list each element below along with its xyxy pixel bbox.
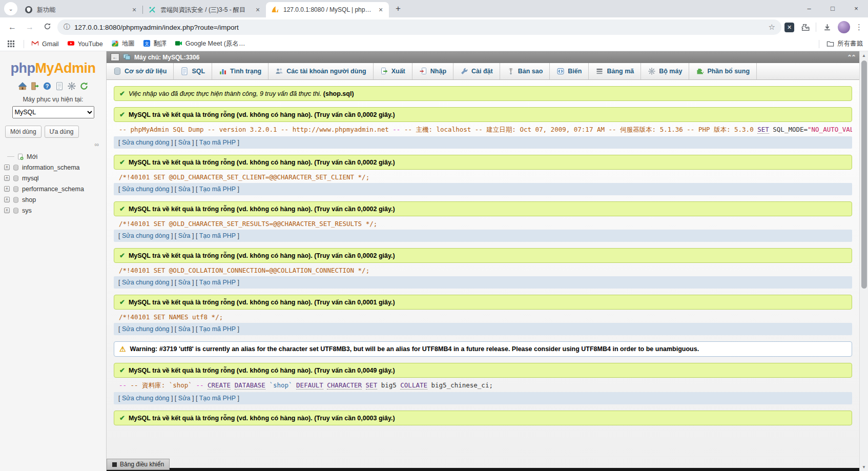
- bookmark-item[interactable]: Google Meet (原名…: [175, 39, 245, 49]
- extension-x-icon[interactable]: ✕: [784, 23, 794, 32]
- inline-link-2[interactable]: Tạo mã PHP: [199, 186, 236, 193]
- sidebar-item-mới[interactable]: Mới: [4, 151, 106, 162]
- bookmark-item[interactable]: YouTube: [67, 39, 103, 49]
- nav-item-4[interactable]: Xuất: [374, 63, 412, 79]
- nav-item-3[interactable]: Các tài khoản người dùng: [268, 63, 373, 79]
- inline-link-2[interactable]: Tạo mã PHP: [199, 139, 236, 146]
- tab-close-icon[interactable]: ×: [254, 6, 262, 14]
- nav-item-6[interactable]: Cài đặt: [453, 63, 500, 79]
- site-info-icon[interactable]: ⓘ: [64, 23, 70, 32]
- console-strip[interactable]: [107, 468, 859, 471]
- nav-item-10[interactable]: Bộ máy: [641, 63, 689, 79]
- tree-expand-icon[interactable]: +: [4, 175, 10, 181]
- collapse-navigation-icon[interactable]: ←: [111, 53, 119, 61]
- charsets-icon: [595, 67, 604, 75]
- console-toggle-button[interactable]: Bảng điều khiển: [107, 459, 170, 470]
- tab-close-icon[interactable]: ×: [377, 6, 385, 14]
- inline-link-1[interactable]: Sửa: [178, 139, 191, 146]
- downloads-icon[interactable]: [821, 22, 833, 33]
- browser-tab[interactable]: 127.0.0.1:8080 / MySQL | phpMyAdmin×: [266, 2, 389, 17]
- inline-link-0[interactable]: Sửa chung dòng: [122, 232, 169, 239]
- inline-link-0[interactable]: Sửa chung dòng: [122, 395, 169, 402]
- bookmark-star-icon[interactable]: ☆: [769, 23, 775, 32]
- apps-grid-icon[interactable]: [5, 38, 16, 50]
- inline-link-0[interactable]: Sửa chung dòng: [122, 279, 169, 286]
- bookmark-item[interactable]: Gmail: [31, 39, 59, 49]
- sql-keyword-link[interactable]: SET: [366, 381, 378, 390]
- tree-expand-icon[interactable]: +: [4, 197, 10, 202]
- sql-keyword-link[interactable]: DEFAULT: [296, 381, 323, 390]
- nav-item-1[interactable]: SQL: [174, 63, 212, 79]
- nav-item-2[interactable]: Tình trạng: [212, 63, 268, 79]
- scroll-down-icon[interactable]: ▼: [860, 463, 868, 471]
- home-icon[interactable]: [18, 81, 27, 91]
- back-button[interactable]: ←: [5, 20, 19, 34]
- sql-keyword-link[interactable]: CHARACTER: [327, 381, 362, 390]
- sidebar-quicktab-recent[interactable]: Mới dùng: [5, 126, 42, 138]
- url-bar[interactable]: ⓘ 127.0.0.1:8080/phpmyadmin/index.php?ro…: [57, 19, 781, 35]
- scrollbar-thumb[interactable]: [861, 60, 867, 289]
- browser-menu-icon[interactable]: ⋮: [855, 23, 863, 32]
- logout-icon[interactable]: [30, 81, 39, 91]
- nav-item-7[interactable]: Bản sao: [500, 63, 550, 79]
- documentation-icon[interactable]: [55, 81, 64, 91]
- inline-link-2[interactable]: Tạo mã PHP: [199, 395, 236, 402]
- sidebar-item-shop[interactable]: +shop: [4, 194, 106, 205]
- tab-search-button[interactable]: ⌄: [4, 2, 17, 15]
- inline-link-1[interactable]: Sửa: [178, 186, 191, 193]
- sql-keyword-link[interactable]: COLLATE: [400, 381, 427, 390]
- sql-keyword-link[interactable]: DATABASE: [235, 381, 265, 390]
- inline-link-1[interactable]: Sửa: [178, 232, 191, 239]
- reload-button[interactable]: [40, 20, 54, 34]
- sidebar-item-information_schema[interactable]: +information_schema: [4, 162, 106, 173]
- browser-tab[interactable]: 雲端與資訊安全 / (三)3-5 - 醒目×: [143, 2, 266, 17]
- help-icon[interactable]: ?: [43, 81, 52, 91]
- sidebar-item-sys[interactable]: +sys: [4, 205, 106, 216]
- inline-link-2[interactable]: Tạo mã PHP: [199, 325, 236, 333]
- scroll-top-icon[interactable]: ⌃⌃: [847, 54, 855, 61]
- inline-link-1[interactable]: Sửa: [178, 395, 191, 402]
- close-button[interactable]: ×: [844, 0, 868, 16]
- inline-link-2[interactable]: Tạo mã PHP: [199, 279, 236, 286]
- refresh-icon[interactable]: [79, 81, 89, 91]
- inline-link-1[interactable]: Sửa: [178, 325, 191, 333]
- new-tab-button[interactable]: +: [391, 2, 405, 16]
- bookmark-item[interactable]: 文翻譯: [143, 39, 167, 49]
- scroll-up-icon[interactable]: ▲: [860, 51, 868, 59]
- sql-keyword-link[interactable]: CREATE: [208, 381, 231, 390]
- inline-link-0[interactable]: Sửa chung dòng: [122, 139, 169, 146]
- all-bookmarks-button[interactable]: 所有書籤: [826, 39, 863, 48]
- sql-keyword-link[interactable]: SET: [757, 126, 769, 134]
- nav-item-0[interactable]: Cơ sở dữ liệu: [107, 63, 174, 79]
- settings-gear-icon[interactable]: [67, 81, 76, 91]
- browser-tab[interactable]: 新功能×: [19, 2, 142, 17]
- inline-link-2[interactable]: Tạo mã PHP: [199, 232, 236, 239]
- url-text[interactable]: 127.0.0.1:8080/phpmyadmin/index.php?rout…: [74, 24, 764, 31]
- nav-link-icon[interactable]: ∞: [94, 141, 99, 148]
- avatar[interactable]: [838, 21, 850, 33]
- nav-item-9[interactable]: Bảng mã: [589, 63, 641, 79]
- sidebar-quicktab-favorites[interactable]: Ưa dùng: [45, 126, 79, 138]
- server-select[interactable]: MySQL: [12, 106, 94, 118]
- tree-item-label: performance_schema: [22, 186, 84, 193]
- inline-link-0[interactable]: Sửa chung dòng: [122, 325, 169, 333]
- bookmark-item[interactable]: 地圖: [111, 39, 135, 49]
- nav-item-5[interactable]: Nhập: [412, 63, 453, 79]
- sidebar-item-mysql[interactable]: +mysql: [4, 173, 106, 183]
- forward-button[interactable]: →: [23, 20, 37, 34]
- minimize-button[interactable]: –: [797, 0, 821, 16]
- extensions-puzzle-icon[interactable]: [799, 22, 811, 33]
- tree-expand-icon[interactable]: +: [4, 208, 10, 213]
- tree-expand-icon[interactable]: +: [4, 186, 10, 192]
- tab-close-icon[interactable]: ×: [130, 6, 138, 14]
- nav-item-8[interactable]: Biến: [550, 63, 589, 79]
- inline-link-1[interactable]: Sửa: [178, 279, 191, 286]
- page-scrollbar[interactable]: ▲ ▼: [859, 51, 868, 471]
- nav-item-11[interactable]: Phần bổ sung: [689, 63, 757, 79]
- inline-link-0[interactable]: Sửa chung dòng: [122, 186, 169, 193]
- tree-expand-icon[interactable]: +: [4, 165, 10, 170]
- bookmark-label: Google Meet (原名…: [185, 39, 245, 48]
- sidebar-item-performance_schema[interactable]: +performance_schema: [4, 183, 106, 194]
- maximize-button[interactable]: □: [821, 0, 844, 16]
- sql-text: -- 資料庫: `shop`: [131, 381, 196, 389]
